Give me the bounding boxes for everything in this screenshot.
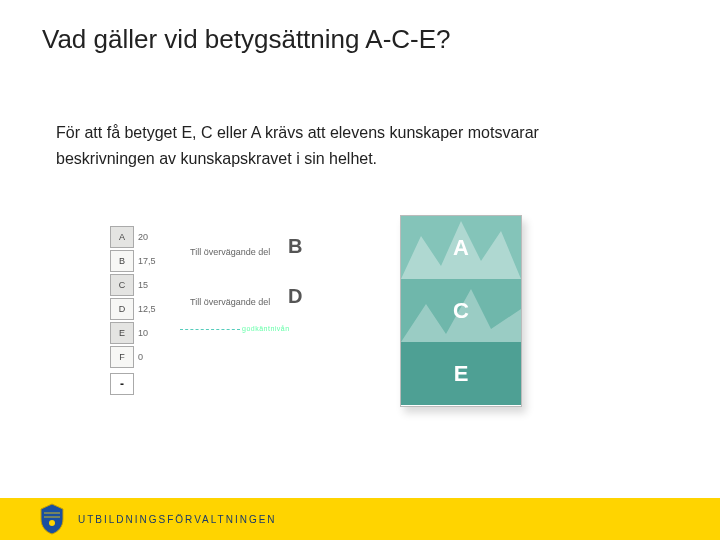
- grade-cell-d: D: [110, 298, 134, 320]
- grading-diagram: A 20 B 17,5 C 15 D 12,5 E 10 F 0: [110, 225, 580, 425]
- label-d: D: [288, 285, 302, 308]
- stockholm-logo-icon: [38, 503, 66, 535]
- ace-block-e: E: [401, 342, 521, 405]
- body-text: För att få betyget E, C eller A krävs at…: [56, 120, 616, 172]
- grade-cell-a: A: [110, 226, 134, 248]
- grade-row-c: C 15: [110, 273, 180, 297]
- ace-block-c: C: [401, 279, 521, 342]
- grade-value-d: 12,5: [138, 304, 170, 314]
- ace-label-e: E: [454, 361, 469, 387]
- godkant-label: godkäntnivån: [242, 325, 290, 332]
- grade-cell-b: B: [110, 250, 134, 272]
- grade-value-b: 17,5: [138, 256, 170, 266]
- label-b-desc: Till övervägande del: [190, 247, 270, 257]
- svg-point-2: [49, 520, 55, 526]
- ace-label-c: C: [453, 298, 469, 324]
- ace-label-a: A: [453, 235, 469, 261]
- slide-title: Vad gäller vid betygsättning A-C-E?: [42, 24, 451, 55]
- label-d-desc: Till övervägande del: [190, 297, 270, 307]
- grade-value-a: 20: [138, 232, 170, 242]
- grade-cell-e: E: [110, 322, 134, 344]
- grade-value-c: 15: [138, 280, 170, 290]
- footer-bar: UTBILDNINGSFÖRVALTNINGEN: [0, 498, 720, 540]
- grade-row-a: A 20: [110, 225, 180, 249]
- slide: Vad gäller vid betygsättning A-C-E? För …: [0, 0, 720, 540]
- ace-column: A C E: [400, 215, 522, 407]
- mid-area: Till övervägande del B Till övervägande …: [190, 225, 370, 375]
- ace-block-a: A: [401, 216, 521, 279]
- grade-dash: -: [110, 373, 134, 395]
- grade-row-f: F 0: [110, 345, 180, 369]
- grade-row-d: D 12,5: [110, 297, 180, 321]
- grade-row-e: E 10: [110, 321, 180, 345]
- grade-value-f: 0: [138, 352, 170, 362]
- grade-cell-f: F: [110, 346, 134, 368]
- grade-table: A 20 B 17,5 C 15 D 12,5 E 10 F 0: [110, 225, 180, 395]
- grade-cell-c: C: [110, 274, 134, 296]
- godkant-line: [180, 329, 240, 330]
- footer-org: UTBILDNINGSFÖRVALTNINGEN: [78, 514, 277, 525]
- grade-row-b: B 17,5: [110, 249, 180, 273]
- label-b: B: [288, 235, 302, 258]
- grade-value-e: 10: [138, 328, 170, 338]
